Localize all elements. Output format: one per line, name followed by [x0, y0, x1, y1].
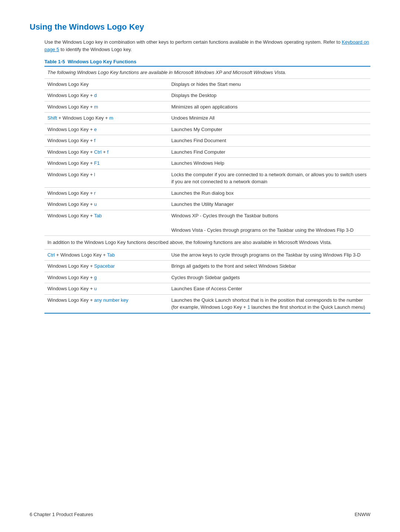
key-cell: Ctrl + Windows Logo Key + Tab	[44, 249, 168, 261]
key-link: l	[94, 172, 95, 177]
value-cell: Brings all gadgets to the front and sele…	[168, 261, 370, 272]
key-link: d	[94, 93, 97, 98]
key-link: Tab	[94, 213, 102, 218]
key-link: Spacebar	[94, 263, 115, 269]
key-link: g	[94, 275, 97, 280]
key-cell: Windows Logo Key + e	[44, 124, 168, 135]
key-cell: Windows Logo Key + u	[44, 283, 168, 295]
key-cell: Windows Logo Key + f	[44, 135, 168, 147]
key-cell: Windows Logo Key	[44, 78, 168, 90]
table-row: Windows Logo Key + Tab Windows XP - Cycl…	[44, 210, 370, 236]
table-row: Windows Logo Key + F1 Launches Windows H…	[44, 158, 370, 169]
key-link: Shift	[47, 115, 57, 121]
windows-logo-key-table: The following Windows Logo Key functions…	[44, 66, 370, 314]
key-link: Ctrl	[47, 252, 55, 258]
table-header-cell: The following Windows Logo Key functions…	[44, 66, 370, 78]
footer-right: ENWW	[354, 512, 370, 517]
key-cell: Shift + Windows Logo Key + m	[44, 113, 168, 124]
key-link: e	[94, 127, 97, 132]
table-row: Windows Logo Key + u Launches the Utilit…	[44, 199, 370, 210]
key-link: 1	[247, 304, 250, 310]
key-link: m	[109, 115, 113, 121]
intro-text-before: Use the Windows Logo key in combination …	[44, 39, 342, 45]
table-row: Windows Logo Key + d Displays the Deskto…	[44, 90, 370, 101]
page-footer: 6 Chapter 1 Product Features ENWW	[0, 512, 400, 517]
key-cell: Windows Logo Key + g	[44, 272, 168, 283]
value-cell: Locks the computer if you are connected …	[168, 169, 370, 187]
table-row: Windows Logo Key + e Launches My Compute…	[44, 124, 370, 135]
table-row: Windows Logo Key + f Launches Find Docum…	[44, 135, 370, 147]
page-title: Using the Windows Logo Key	[30, 22, 370, 32]
key-cell: Windows Logo Key + Tab	[44, 210, 168, 236]
table-row: Windows Logo Key + any number key Launch…	[44, 294, 370, 313]
key-cell: Windows Logo Key + l	[44, 169, 168, 187]
footer-left: 6 Chapter 1 Product Features	[30, 512, 93, 517]
value-cell: Launches Ease of Access Center	[168, 283, 370, 295]
intro-text-after: to identify the Windows Logo key.	[59, 47, 132, 52]
table-row: Windows Logo Key + r Launches the Run di…	[44, 187, 370, 199]
table-label-text: Windows Logo Key Functions	[68, 59, 137, 64]
vista-note-cell: In addition to the Windows Logo Key func…	[44, 236, 370, 250]
value-cell: Cycles through Sidebar gadgets	[168, 272, 370, 283]
key-link: f	[94, 138, 96, 143]
value-cell: Launches My Computer	[168, 124, 370, 135]
key-cell: Windows Logo Key + m	[44, 101, 168, 113]
value-cell: Launches the Quick Launch shortcut that …	[168, 294, 370, 313]
key-link: r	[94, 190, 96, 196]
value-cell: Launches the Run dialog box	[168, 187, 370, 199]
key-link: u	[94, 201, 97, 207]
table-row: Windows Logo Key + Ctrl + f Launches Fin…	[44, 146, 370, 158]
value-cell: Undoes Minimize All	[168, 113, 370, 124]
key-link: m	[94, 104, 98, 110]
value-cell: Launches Windows Help	[168, 158, 370, 169]
table-row: Windows Logo Key + u Launches Ease of Ac…	[44, 283, 370, 295]
key-link: f	[107, 149, 109, 155]
key-link: F1	[94, 160, 100, 166]
table-label-number: Table 1-5	[44, 59, 65, 64]
table-row: Windows Logo Key + g Cycles through Side…	[44, 272, 370, 283]
value-cell: Launches Find Document	[168, 135, 370, 147]
key-link: Ctrl	[94, 149, 101, 155]
table-label: Table 1-5 Windows Logo Key Functions	[44, 59, 370, 64]
table-row: Ctrl + Windows Logo Key + Tab Use the ar…	[44, 249, 370, 261]
table-row: Windows Logo Key + l Locks the computer …	[44, 169, 370, 187]
key-cell: Windows Logo Key + r	[44, 187, 168, 199]
key-cell: Windows Logo Key + any number key	[44, 294, 168, 313]
key-cell: Windows Logo Key + Ctrl + f	[44, 146, 168, 158]
value-cell: Minimizes all open applications	[168, 101, 370, 113]
value-cell: Windows XP - Cycles through the Taskbar …	[168, 210, 370, 236]
table-row: Windows Logo Key Displays or hides the S…	[44, 78, 370, 90]
value-cell: Displays the Desktop	[168, 90, 370, 101]
value-cell: Launches Find Computer	[168, 146, 370, 158]
table-row: Shift + Windows Logo Key + m Undoes Mini…	[44, 113, 370, 124]
value-cell: Use the arrow keys to cycle through prog…	[168, 249, 370, 261]
table-row: Windows Logo Key + m Minimizes all open …	[44, 101, 370, 113]
key-cell: Windows Logo Key + u	[44, 199, 168, 210]
value-cell: Displays or hides the Start menu	[168, 78, 370, 90]
key-link: any number key	[94, 297, 129, 303]
value-cell: Launches the Utility Manager	[168, 199, 370, 210]
table-row: Windows Logo Key + Spacebar Brings all g…	[44, 261, 370, 272]
table-header-row: The following Windows Logo Key functions…	[44, 66, 370, 78]
key-link: Tab	[107, 252, 115, 258]
intro-paragraph: Use the Windows Logo key in combination …	[44, 39, 370, 53]
key-cell: Windows Logo Key + F1	[44, 158, 168, 169]
key-cell: Windows Logo Key + Spacebar	[44, 261, 168, 272]
vista-note-row: In addition to the Windows Logo Key func…	[44, 236, 370, 250]
key-link: u	[94, 286, 97, 291]
key-cell: Windows Logo Key + d	[44, 90, 168, 101]
